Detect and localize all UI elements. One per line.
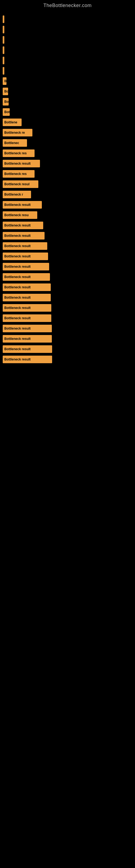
result-bar — [3, 26, 4, 33]
bar-row: Bottleneck res — [3, 149, 132, 157]
result-bar — [3, 57, 4, 64]
bar-row — [3, 26, 132, 34]
result-bar: Bottleneck result — [3, 232, 45, 240]
site-title: TheBottlenecker.com — [0, 0, 135, 10]
bar-row — [3, 46, 132, 54]
result-bar: Bottleneck result — [3, 325, 52, 332]
result-bar: Bottlene — [3, 119, 21, 126]
bar-row — [3, 56, 132, 65]
result-bar: Bottleneck resu — [3, 211, 37, 219]
bar-row: Bottleneck result — [3, 273, 132, 281]
bar-row: Bottleneck result — [3, 324, 132, 333]
result-bar: Bottleneck result — [3, 283, 51, 291]
result-bar: Bo — [3, 88, 8, 95]
result-bar: Bottleneck result — [3, 201, 42, 209]
bar-row: Bo — [3, 87, 132, 95]
bar-row: Bottleneck result — [3, 201, 132, 209]
bar-row: Bo — [3, 98, 132, 106]
bar-row: B — [3, 77, 132, 85]
result-bar: Bottleneck result — [3, 304, 51, 312]
bars-container: BBoBoBotBottleneBottleneck reBottlenecBo… — [0, 10, 135, 371]
bar-row: Bottleneck result — [3, 242, 132, 250]
bar-row: Bottleneck result — [3, 283, 132, 291]
bar-row: Bottleneck result — [3, 159, 132, 167]
result-bar: Bottleneck result — [3, 314, 51, 322]
bar-row: Bottleneck re — [3, 129, 132, 137]
bar-row: Bottleneck resu — [3, 211, 132, 219]
result-bar: Bottleneck result — [3, 335, 52, 343]
result-bar: Bottleneck result — [3, 160, 40, 167]
result-bar: Bottleneck result — [3, 345, 52, 353]
result-bar: Bottleneck result — [3, 252, 48, 260]
result-bar: Bottleneck re — [3, 129, 32, 136]
bar-row — [3, 67, 132, 75]
bar-row: Bottleneck res — [3, 170, 132, 178]
result-bar: Bottleneck result — [3, 263, 49, 271]
bar-row: Bottleneck result — [3, 314, 132, 322]
bar-row: Bottleneck result — [3, 345, 132, 353]
result-bar: Bo — [3, 98, 9, 105]
bar-row: Bottleneck resul — [3, 180, 132, 188]
bar-row: Bottleneck result — [3, 221, 132, 229]
bar-row: Bot — [3, 108, 132, 116]
bar-row — [3, 15, 132, 23]
result-bar: Bottleneck res — [3, 150, 35, 157]
bar-row: Bottleneck result — [3, 304, 132, 312]
result-bar — [3, 16, 4, 23]
bar-row: Bottleneck result — [3, 335, 132, 343]
bar-row: Bottleneck result — [3, 231, 132, 240]
bar-row: Bottleneck result — [3, 355, 132, 364]
bar-row: Bottlene — [3, 118, 132, 126]
bar-row: Bottleneck result — [3, 252, 132, 260]
result-bar: Bottleneck result — [3, 242, 47, 250]
bar-row — [3, 36, 132, 44]
bar-row: Bottleneck r — [3, 190, 132, 198]
bar-row: Bottlenec — [3, 139, 132, 147]
bar-row: Bottleneck result — [3, 262, 132, 271]
bar-row: Bottleneck result — [3, 293, 132, 302]
result-bar: Bottleneck result — [3, 222, 43, 229]
result-bar: Bottleneck res — [3, 170, 35, 178]
result-bar: Bottleneck result — [3, 273, 50, 281]
result-bar: Bottlenec — [3, 139, 27, 147]
result-bar — [3, 36, 4, 44]
result-bar: Bottleneck resul — [3, 180, 38, 188]
result-bar — [3, 67, 4, 74]
result-bar: Bottleneck r — [3, 191, 31, 198]
result-bar: Bottleneck result — [3, 355, 52, 363]
result-bar — [3, 46, 4, 54]
result-bar: Bot — [3, 108, 10, 116]
result-bar: B — [3, 77, 6, 85]
result-bar: Bottleneck result — [3, 294, 51, 301]
